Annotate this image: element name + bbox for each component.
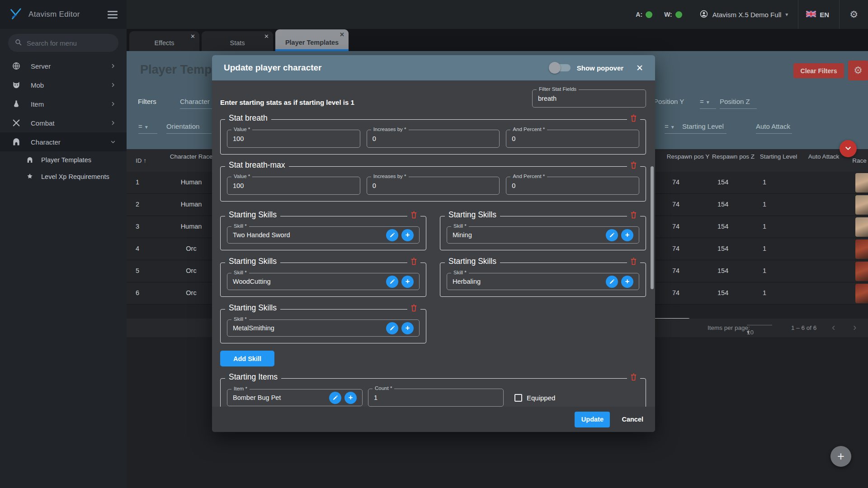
- sidebar-item-character[interactable]: Character: [0, 132, 127, 151]
- filter-eq-operator[interactable]: =▾: [700, 98, 716, 109]
- stat-value-input[interactable]: [233, 135, 354, 142]
- delete-skill-icon[interactable]: [407, 304, 420, 314]
- item-select-field[interactable]: Item * Bomber Bug Pet +: [227, 389, 363, 406]
- add-template-fab[interactable]: +: [830, 446, 851, 467]
- skill-select-field[interactable]: Skill * MetalSmithing +: [227, 319, 420, 337]
- update-player-character-dialog: Update player character Show popover ✕ E…: [212, 55, 655, 432]
- starting-skill-group: Starting Skills Skill * Mining +: [440, 216, 646, 250]
- filter-auto-attack[interactable]: Auto Attack: [756, 122, 792, 134]
- close-dialog-icon[interactable]: ✕: [636, 63, 643, 73]
- edit-skill-icon[interactable]: [606, 276, 618, 288]
- item-count-input[interactable]: [374, 394, 498, 401]
- chevron-down-icon: ▾: [785, 11, 788, 18]
- starting-item-group: Starting Items Item * Bomber Bug Pet +: [220, 378, 646, 407]
- equipped-checkbox-wrap[interactable]: Equipped: [514, 394, 555, 402]
- equipped-checkbox[interactable]: [514, 394, 522, 402]
- add-skill-option-icon[interactable]: +: [401, 276, 414, 288]
- add-skill-button[interactable]: Add Skill: [220, 351, 274, 366]
- stat-value-input[interactable]: [233, 182, 354, 189]
- filter-stat-fields-field: Filter Stat Fields: [532, 89, 646, 108]
- add-skill-option-icon[interactable]: +: [401, 322, 414, 334]
- filter-position-y-label[interactable]: Position Y: [654, 98, 684, 108]
- delete-skill-icon[interactable]: [627, 257, 640, 267]
- add-item-option-icon[interactable]: +: [344, 392, 357, 404]
- column-header-starting-level[interactable]: Starting Level: [756, 153, 801, 161]
- table-settings-gear-icon[interactable]: ⚙: [848, 61, 868, 80]
- skill-select-field[interactable]: Skill * Two Handed Sword +: [227, 226, 420, 244]
- skill-select-field[interactable]: Skill * Herbaling +: [447, 273, 639, 290]
- item-count-field: Count *: [368, 389, 504, 407]
- stat-increases-input[interactable]: [373, 135, 494, 142]
- column-header-auto-attack[interactable]: Auto Attack: [801, 153, 846, 161]
- column-header-race[interactable]: Race: [844, 157, 868, 165]
- close-icon[interactable]: ✕: [190, 33, 195, 40]
- delete-stat-icon[interactable]: [627, 161, 640, 171]
- delete-stat-icon[interactable]: [627, 114, 640, 124]
- collapse-filters-button[interactable]: [840, 140, 857, 157]
- filter-starting-level[interactable]: Starting Level: [682, 122, 726, 134]
- sidebar-item-player-templates[interactable]: Player Templates: [0, 151, 127, 168]
- column-header-respawn-pos-z[interactable]: Respawn pos Z: [711, 153, 756, 161]
- edit-skill-icon[interactable]: [386, 276, 398, 288]
- filter-eq-operator[interactable]: =▾: [138, 122, 157, 134]
- language-selector[interactable]: EN: [806, 11, 829, 19]
- user-circle-icon: [699, 9, 708, 20]
- column-header-id[interactable]: ID ↑: [136, 157, 146, 165]
- sidebar-item-item[interactable]: Item: [0, 94, 127, 113]
- status-w: W:: [664, 11, 682, 18]
- edit-skill-icon[interactable]: [386, 322, 398, 334]
- race-portrait: [855, 284, 868, 303]
- menu-toggle-icon[interactable]: [108, 11, 118, 19]
- show-popover-toggle[interactable]: [550, 64, 571, 71]
- dialog-scrollbar[interactable]: [651, 166, 654, 289]
- add-skill-option-icon[interactable]: +: [401, 229, 414, 241]
- delete-skill-icon[interactable]: [627, 211, 640, 221]
- chevron-right-icon: [110, 62, 116, 70]
- sidebar-search[interactable]: [8, 34, 118, 52]
- stat-percent-input[interactable]: [512, 182, 633, 189]
- settings-gear-icon[interactable]: ⚙: [849, 9, 858, 20]
- clear-filters-button[interactable]: Clear Filters: [793, 63, 844, 78]
- items-per-page-label: Items per page:: [708, 324, 750, 331]
- skill-select-field[interactable]: Skill * Mining +: [447, 226, 639, 244]
- sidebar-item-mob[interactable]: Mob: [0, 75, 127, 94]
- close-icon[interactable]: ✕: [340, 31, 344, 38]
- tab-effects[interactable]: Effects ✕: [129, 31, 199, 51]
- sidebar-item-level-xp-requirements[interactable]: Level Xp Requirements: [0, 168, 127, 185]
- chevron-down-icon: [110, 138, 116, 146]
- add-skill-option-icon[interactable]: +: [621, 276, 633, 288]
- sidebar-item-combat[interactable]: Combat: [0, 113, 127, 132]
- edit-skill-icon[interactable]: [606, 229, 618, 241]
- stat-increases-input[interactable]: [373, 182, 494, 189]
- filter-stat-fields-input[interactable]: [538, 95, 640, 102]
- race-portrait: [855, 173, 868, 192]
- close-icon[interactable]: ✕: [264, 33, 269, 40]
- previous-page-icon[interactable]: ‹: [832, 322, 835, 333]
- stat-percent-input[interactable]: [512, 135, 633, 142]
- add-skill-option-icon[interactable]: +: [621, 229, 633, 241]
- filter-position-z[interactable]: Position Z: [720, 98, 757, 109]
- delete-skill-icon[interactable]: [407, 211, 420, 221]
- edit-item-icon[interactable]: [329, 392, 341, 404]
- delete-skill-icon[interactable]: [407, 257, 420, 267]
- tab-stats[interactable]: Stats ✕: [202, 31, 273, 51]
- cancel-button[interactable]: Cancel: [622, 416, 643, 423]
- world-selector[interactable]: Atavism X.5 Demo Full ▾: [699, 9, 788, 20]
- update-button[interactable]: Update: [575, 412, 610, 427]
- filter-orientation[interactable]: Orientation: [166, 122, 212, 134]
- filter-eq-operator[interactable]: =▾: [665, 122, 683, 134]
- search-input[interactable]: [27, 39, 117, 47]
- column-header-respawn-pos-y[interactable]: Respawn pos Y: [665, 153, 711, 161]
- column-header-character-race[interactable]: Character Race: [170, 153, 213, 161]
- items-per-page-select[interactable]: 10 ▾: [747, 323, 772, 325]
- app-title: Atavism Editor: [28, 10, 80, 19]
- sidebar-item-server[interactable]: Server: [0, 56, 127, 75]
- delete-item-icon[interactable]: [627, 373, 640, 383]
- skill-select-field[interactable]: Skill * WoodCutting +: [227, 273, 420, 290]
- tab-player-templates[interactable]: Player Templates ✕: [275, 29, 349, 51]
- helmet-small-icon: [26, 156, 33, 164]
- edit-skill-icon[interactable]: [386, 229, 398, 241]
- next-page-icon[interactable]: ›: [853, 322, 856, 333]
- screen: Atavism Editor Server: [0, 0, 868, 488]
- starting-skill-group: Starting Skills Skill * MetalSmithing +: [220, 309, 426, 343]
